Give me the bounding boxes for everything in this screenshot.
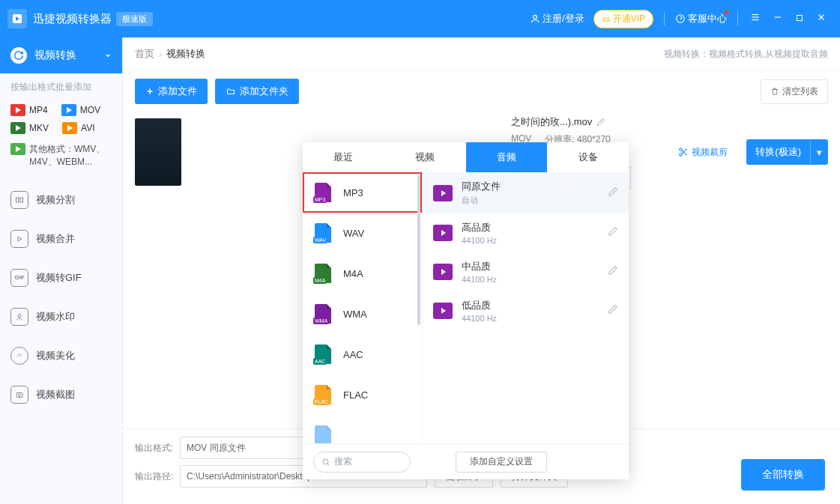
format-popup: 最近 视频 音频 设备 MP3MP3 WAVWAV M4AM4A WMAWMA … [303,142,629,479]
format-other[interactable]: 其他格式：WMV、M4V、WEBM... [0,137,122,174]
clear-list-button[interactable]: 清空列表 [761,79,828,104]
format-flac[interactable]: FLACFLAC [303,374,422,415]
format-search-input[interactable]: 搜索 [313,452,411,473]
convert-dropdown[interactable]: ▾ [810,141,828,164]
format-more[interactable] [303,415,422,443]
vip-button[interactable]: 开通VIP [593,10,653,28]
refresh-icon [10,47,27,64]
tab-device[interactable]: 设备 [547,142,629,172]
search-icon [321,458,330,467]
svg-marker-12 [67,107,72,113]
file-thumbnail[interactable] [135,118,181,186]
edition-badge: 极速版 [116,12,153,26]
mp4-icon [10,104,25,116]
svg-marker-18 [18,237,22,241]
format-wav[interactable]: WAVWAV [303,213,422,253]
tab-audio[interactable]: 音频 [466,142,548,172]
app-name: 迅捷视频转换器 [33,12,112,26]
quality-icon [433,303,453,319]
svg-point-24 [19,394,21,396]
convert-all-button[interactable]: 全部转换 [741,459,825,491]
svg-point-28 [680,154,683,157]
main-panel: 首页 › 视频转换 视频转换：视频格式转换,从视频提取音频 添加文件 添加文件夹… [123,37,840,504]
tab-video[interactable]: 视频 [384,142,466,172]
svg-line-32 [327,464,330,466]
file-name: 之时间的玫...).mov [511,115,678,129]
svg-point-21 [20,355,22,356]
output-path-label: 输出路径: [135,470,180,483]
video-cut-link[interactable]: 视频裁剪 [678,146,728,159]
format-wma[interactable]: WMAWMA [303,294,422,334]
batch-add-label: 按输出格式批量添加 [0,73,122,101]
output-format-label: 输出格式: [135,442,180,455]
support-label: 客服中心 [688,12,727,25]
quality-low[interactable]: 低品质44100 Hz [423,291,629,330]
scrollbar[interactable] [417,175,420,325]
svg-point-3 [677,15,685,23]
more-format-icon [315,425,331,443]
svg-point-19 [18,314,21,317]
edit-icon[interactable] [596,118,605,127]
quality-high[interactable]: 高品质44100 Hz [423,213,629,252]
format-mov[interactable]: MOV [61,104,100,116]
maximize-button[interactable] [795,12,804,25]
edit-quality-icon[interactable] [608,304,618,318]
format-mp4[interactable]: MP4 [10,104,48,116]
breadcrumb-current: 视频转换 [166,47,205,61]
nav-video-merge[interactable]: 视频合并 [0,219,122,258]
convert-button[interactable]: 转换(极速) ▾ [746,139,828,165]
breadcrumb-home[interactable]: 首页 [135,47,154,61]
wma-icon: WMA [315,304,331,324]
register-login-button[interactable]: 注册/登录 [530,12,584,25]
quality-same-as-source[interactable]: 同原文件自动 [423,172,629,213]
format-mp3[interactable]: MP3MP3 [303,172,422,213]
menu-button[interactable] [750,12,761,25]
aac-icon: AAC [315,344,331,364]
support-button[interactable]: 客服中心 [675,12,727,25]
svg-point-2 [534,15,537,19]
register-label: 注册/登录 [543,12,584,25]
page-description: 视频转换：视频格式转换,从视频提取音频 [664,48,828,61]
close-button[interactable] [816,12,827,25]
svg-rect-16 [16,198,19,202]
nav-video-gif[interactable]: GIF视频转GIF [0,258,122,297]
format-avi[interactable]: AVI [62,122,94,134]
edit-quality-icon[interactable] [608,186,618,200]
mov-icon [61,104,76,116]
format-aac[interactable]: AACAAC [303,334,422,374]
popup-tabs: 最近 视频 音频 设备 [303,142,629,172]
format-mkv[interactable]: MKV [10,122,49,134]
svg-rect-8 [797,16,803,21]
quality-list: 同原文件自动 高品质44100 Hz 中品质44100 Hz 低品质44100 … [423,172,629,443]
edit-quality-icon[interactable] [608,265,618,279]
minimize-button[interactable] [773,12,783,25]
svg-point-20 [17,355,19,356]
add-folder-button[interactable]: 添加文件夹 [215,79,299,104]
add-custom-settings-button[interactable]: 添加自定义设置 [456,452,547,473]
wav-icon: WAV [315,223,331,243]
tab-recent[interactable]: 最近 [303,142,384,172]
split-icon [10,191,28,209]
quality-medium[interactable]: 中品质44100 Hz [423,252,629,291]
svg-point-31 [323,459,328,464]
nav-video-split[interactable]: 视频分割 [0,180,122,219]
breadcrumb: 首页 › 视频转换 视频转换：视频格式转换,从视频提取音频 [123,37,840,71]
beautify-icon [10,347,28,365]
add-file-button[interactable]: 添加文件 [135,79,208,104]
svg-point-27 [680,148,683,151]
other-icon [10,143,25,155]
svg-marker-14 [67,125,73,131]
format-m4a[interactable]: M4AM4A [303,253,422,294]
nav-video-watermark[interactable]: 视频水印 [0,297,122,336]
quality-icon [433,264,453,280]
nav-video-beautify[interactable]: 视频美化 [0,336,122,375]
format-list: MP3MP3 WAVWAV M4AM4A WMAWMA AACAAC FLACF… [303,172,423,443]
nav-video-screenshot[interactable]: 视频截图 [0,375,122,414]
toolbar: 添加文件 添加文件夹 清空列表 [123,71,840,112]
titlebar: 迅捷视频转换器 极速版 注册/登录 开通VIP 客服中心 [0,0,840,37]
app-logo [7,9,27,28]
svg-marker-13 [16,125,21,131]
sidebar-active-video-convert[interactable]: 视频转换 [0,37,122,73]
mkv-icon [10,122,25,134]
edit-quality-icon[interactable] [608,226,618,240]
